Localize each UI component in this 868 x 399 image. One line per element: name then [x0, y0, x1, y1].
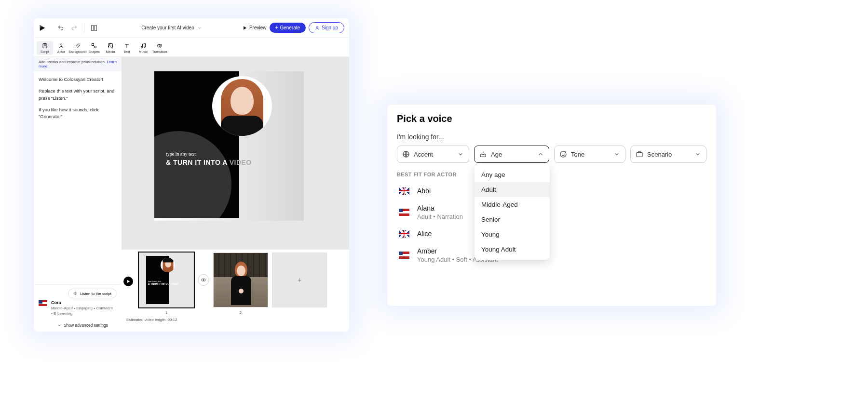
briefcase-icon [636, 150, 643, 158]
scene-thumb-1[interactable]: type in any text& TURN IT INTO A VIDEO [139, 253, 194, 307]
plus-icon: + [298, 276, 301, 284]
age-option-young[interactable]: Young [475, 227, 550, 242]
flag-us-icon [399, 252, 409, 259]
toolbar-media[interactable]: Media [102, 41, 119, 55]
chevron-up-icon [537, 151, 544, 158]
play-button[interactable] [123, 277, 133, 286]
age-dropdown: Any age Adult Middle-Aged Senior Young Y… [475, 164, 550, 260]
layout-toggle-button[interactable] [89, 23, 99, 33]
editor-body: Add breaks and improve pronunciation. Le… [34, 57, 349, 332]
voice-meta: Middle-Aged • Engaging • Confident • E-L… [51, 306, 114, 316]
generate-button[interactable]: + Generate [270, 23, 306, 33]
app-header: Create your first AI video Preview + Gen… [34, 18, 349, 38]
transition-button[interactable] [198, 274, 209, 286]
svg-rect-13 [92, 44, 94, 46]
estimated-length: Estimated video length: 00:12 [126, 318, 346, 322]
filter-accent[interactable]: Accent [397, 146, 469, 163]
chevron-down-icon [613, 151, 620, 158]
age-option-middle[interactable]: Middle-Aged [475, 197, 550, 212]
age-option-any[interactable]: Any age [475, 167, 550, 182]
chevron-down-icon [457, 151, 464, 158]
undo-button[interactable] [55, 23, 66, 33]
flag-uk-icon [399, 230, 409, 238]
filter-scenario[interactable]: Scenario [630, 146, 706, 163]
svg-point-14 [95, 46, 96, 48]
voice-list[interactable]: Abbi AlanaAdult • Narration Alice AmberY… [397, 182, 706, 298]
actor-avatar [212, 76, 272, 136]
listen-button[interactable]: Listen to the script [68, 289, 117, 298]
chevron-down-icon [694, 151, 701, 158]
filter-tone[interactable]: Tone [554, 146, 625, 163]
canvas[interactable]: type in any text & TURN IT INTO A VIDEO … [122, 57, 349, 332]
add-scene-button[interactable]: + [272, 253, 327, 307]
signup-button[interactable]: Sign up [309, 22, 344, 33]
toolbar: Script Actor Background Shapes Media Tex… [34, 38, 349, 57]
project-title-dropdown[interactable]: Create your first AI video [101, 25, 243, 30]
globe-icon [402, 150, 410, 158]
svg-rect-3 [95, 25, 96, 30]
selected-voice[interactable]: Cora Middle-Aged • Engaging • Confident … [39, 300, 117, 316]
app-logo-icon [39, 24, 46, 32]
voice-picker-title: Pick a voice [397, 113, 706, 124]
voice-row-alana[interactable]: AlanaAdult • Narration [397, 200, 704, 225]
age-option-adult[interactable]: Adult [475, 182, 550, 197]
svg-point-17 [141, 47, 143, 48]
smile-icon [559, 150, 567, 158]
editor-app: Create your first AI video Preview + Gen… [34, 18, 349, 332]
svg-rect-28 [637, 153, 642, 157]
toolbar-actor[interactable]: Actor [53, 41, 69, 55]
play-icon [243, 26, 247, 30]
media-icon [108, 42, 113, 49]
stage-preview: type in any text & TURN IT INTO A VIDEO [154, 71, 304, 221]
voice-row-abbi[interactable]: Abbi [397, 182, 704, 200]
svg-point-18 [144, 46, 146, 48]
divider [84, 23, 84, 33]
actor-icon [58, 42, 64, 49]
age-option-senior[interactable]: Senior [475, 212, 550, 227]
plus-icon: + [275, 25, 278, 30]
toolbar-shapes[interactable]: Shapes [86, 41, 102, 55]
voice-picker: Pick a voice I'm looking for... Accent A… [387, 105, 716, 306]
svg-point-25 [560, 151, 566, 157]
hint-bar: Add breaks and improve pronunciation. Le… [34, 57, 122, 71]
scene-thumb-2[interactable] [213, 253, 268, 307]
script-icon [42, 42, 48, 49]
svg-rect-2 [92, 25, 94, 30]
thumb-number-2: 2 [213, 310, 268, 315]
best-fit-label: BEST FIT FOR ACTOR [397, 172, 706, 177]
toolbar-text[interactable]: Text [119, 41, 135, 55]
voice-row-amber[interactable]: AmberYoung Adult • Soft • Assistant [397, 242, 704, 268]
looking-for-label: I'm looking for... [397, 133, 706, 141]
project-title: Create your first AI video [141, 25, 194, 30]
svg-point-9 [61, 44, 62, 45]
chevron-down-icon [57, 323, 62, 328]
cake-icon [479, 150, 487, 158]
svg-point-5 [316, 26, 318, 27]
voice-filters: Accent Age Any age Adult Middle-Aged Sen… [397, 146, 706, 163]
svg-point-16 [109, 45, 110, 46]
toolbar-background[interactable]: Background [69, 41, 86, 55]
stage-text: type in any text & TURN IT INTO A VIDEO [166, 151, 252, 167]
flag-us-icon [399, 209, 409, 216]
transition-icon [157, 42, 163, 49]
chevron-down-icon [197, 26, 202, 30]
script-textarea[interactable]: Welcome to Colossyan Creator! Replace th… [34, 71, 122, 284]
sidebar-footer: Listen to the script Cora Middle-Aged • … [34, 284, 122, 332]
age-option-youngadult[interactable]: Young Adult [475, 242, 550, 257]
filter-age[interactable]: Age Any age Adult Middle-Aged Senior You… [474, 146, 549, 163]
voice-name: Cora [51, 300, 114, 305]
toolbar-music[interactable]: Music [135, 41, 151, 55]
background-icon [75, 42, 81, 49]
svg-rect-15 [108, 44, 113, 48]
timeline: type in any text& TURN IT INTO A VIDEO +… [122, 250, 349, 332]
music-icon [140, 42, 146, 49]
redo-button[interactable] [69, 23, 80, 33]
advanced-settings-toggle[interactable]: Show advanced settings [39, 323, 117, 328]
header-actions: Preview + Generate Sign up [243, 22, 344, 33]
preview-button[interactable]: Preview [243, 25, 267, 30]
toolbar-transition[interactable]: Transition [151, 41, 168, 55]
flag-uk-icon [399, 187, 409, 195]
user-icon [315, 26, 320, 30]
toolbar-script[interactable]: Script [37, 41, 53, 55]
voice-row-alice[interactable]: Alice [397, 225, 704, 242]
